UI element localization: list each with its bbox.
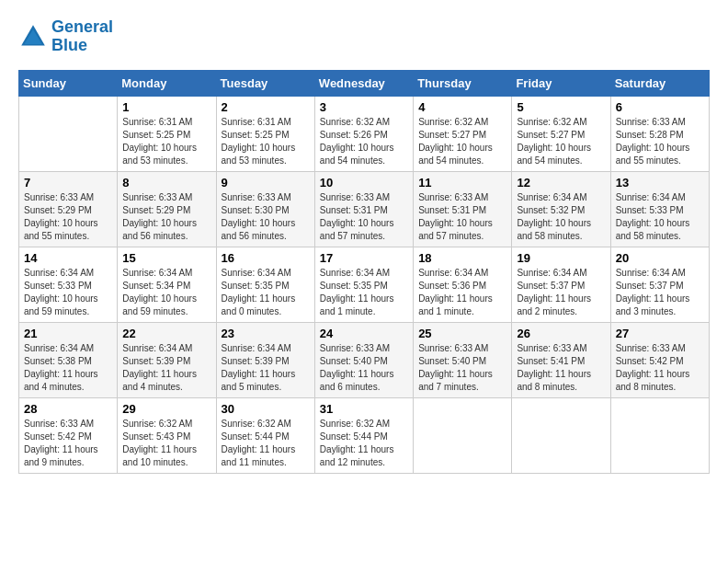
day-number: 24: [320, 327, 408, 340]
day-number: 5: [517, 100, 605, 114]
day-number: 8: [122, 176, 210, 190]
weekday-header: Monday: [118, 70, 216, 96]
day-info: Sunrise: 6:32 AMSunset: 5:27 PMDaylight:…: [418, 116, 506, 167]
day-number: 13: [616, 176, 704, 190]
calendar-cell: 24Sunrise: 6:33 AMSunset: 5:40 PMDayligh…: [314, 322, 413, 397]
calendar-cell: 18Sunrise: 6:34 AMSunset: 5:36 PMDayligh…: [414, 247, 512, 322]
calendar-week-row: 1Sunrise: 6:31 AMSunset: 5:25 PMDaylight…: [19, 96, 710, 171]
calendar-cell: [414, 397, 512, 473]
day-info: Sunrise: 6:34 AMSunset: 5:37 PMDaylight:…: [517, 267, 605, 318]
logo-text: General Blue: [51, 18, 113, 55]
calendar-cell: 17Sunrise: 6:34 AMSunset: 5:35 PMDayligh…: [314, 247, 413, 322]
day-number: 12: [517, 176, 605, 190]
day-info: Sunrise: 6:33 AMSunset: 5:28 PMDaylight:…: [616, 116, 704, 167]
day-info: Sunrise: 6:33 AMSunset: 5:40 PMDaylight:…: [418, 342, 506, 394]
day-number: 2: [222, 100, 310, 114]
day-number: 21: [24, 327, 112, 340]
calendar-cell: 10Sunrise: 6:33 AMSunset: 5:31 PMDayligh…: [314, 171, 413, 247]
calendar-cell: 13Sunrise: 6:34 AMSunset: 5:33 PMDayligh…: [610, 171, 709, 247]
day-info: Sunrise: 6:33 AMSunset: 5:40 PMDaylight:…: [320, 342, 408, 394]
calendar-cell: 8Sunrise: 6:33 AMSunset: 5:29 PMDaylight…: [118, 171, 216, 247]
calendar-cell: 25Sunrise: 6:33 AMSunset: 5:40 PMDayligh…: [414, 322, 512, 397]
day-info: Sunrise: 6:34 AMSunset: 5:39 PMDaylight:…: [222, 342, 310, 394]
calendar-table: SundayMondayTuesdayWednesdayThursdayFrid…: [18, 70, 710, 474]
day-number: 20: [616, 251, 704, 265]
day-info: Sunrise: 6:34 AMSunset: 5:34 PMDaylight:…: [122, 267, 210, 318]
calendar-week-row: 28Sunrise: 6:33 AMSunset: 5:42 PMDayligh…: [19, 397, 710, 473]
calendar-cell: [610, 397, 709, 473]
calendar-cell: 16Sunrise: 6:34 AMSunset: 5:35 PMDayligh…: [216, 247, 314, 322]
day-info: Sunrise: 6:33 AMSunset: 5:30 PMDaylight:…: [222, 191, 310, 243]
calendar-cell: 19Sunrise: 6:34 AMSunset: 5:37 PMDayligh…: [512, 247, 610, 322]
calendar-week-row: 14Sunrise: 6:34 AMSunset: 5:33 PMDayligh…: [19, 247, 710, 322]
day-number: 30: [222, 402, 310, 416]
day-number: 16: [222, 251, 310, 265]
day-number: 25: [418, 327, 506, 340]
day-info: Sunrise: 6:33 AMSunset: 5:42 PMDaylight:…: [616, 342, 704, 394]
day-number: 18: [418, 251, 506, 265]
day-info: Sunrise: 6:32 AMSunset: 5:44 PMDaylight:…: [320, 418, 408, 469]
day-number: 28: [24, 402, 112, 416]
calendar-cell: 3Sunrise: 6:32 AMSunset: 5:26 PMDaylight…: [314, 96, 413, 171]
day-number: 19: [517, 251, 605, 265]
day-number: 7: [24, 176, 112, 190]
day-number: 29: [122, 402, 210, 416]
logo-icon: [18, 22, 48, 52]
calendar-cell: 22Sunrise: 6:34 AMSunset: 5:39 PMDayligh…: [118, 322, 216, 397]
calendar-cell: 20Sunrise: 6:34 AMSunset: 5:37 PMDayligh…: [610, 247, 709, 322]
day-number: 23: [222, 327, 310, 340]
logo: General Blue: [18, 18, 113, 55]
weekday-header: Tuesday: [216, 70, 314, 96]
day-info: Sunrise: 6:34 AMSunset: 5:32 PMDaylight:…: [517, 191, 605, 243]
day-number: 9: [222, 176, 310, 190]
day-info: Sunrise: 6:31 AMSunset: 5:25 PMDaylight:…: [222, 116, 310, 167]
calendar-cell: 2Sunrise: 6:31 AMSunset: 5:25 PMDaylight…: [216, 96, 314, 171]
day-info: Sunrise: 6:34 AMSunset: 5:39 PMDaylight:…: [122, 342, 210, 394]
page-header: General Blue: [18, 18, 710, 55]
day-info: Sunrise: 6:34 AMSunset: 5:35 PMDaylight:…: [320, 267, 408, 318]
calendar-cell: 6Sunrise: 6:33 AMSunset: 5:28 PMDaylight…: [610, 96, 709, 171]
calendar-cell: 14Sunrise: 6:34 AMSunset: 5:33 PMDayligh…: [19, 247, 118, 322]
day-number: 26: [517, 327, 605, 340]
weekday-header: Sunday: [19, 70, 118, 96]
calendar-cell: 28Sunrise: 6:33 AMSunset: 5:42 PMDayligh…: [19, 397, 118, 473]
weekday-header: Thursday: [414, 70, 512, 96]
weekday-header: Wednesday: [314, 70, 413, 96]
day-info: Sunrise: 6:32 AMSunset: 5:44 PMDaylight:…: [222, 418, 310, 469]
day-number: 6: [616, 100, 704, 114]
day-number: 17: [320, 251, 408, 265]
day-number: 1: [122, 100, 210, 114]
day-number: 3: [320, 100, 408, 114]
day-info: Sunrise: 6:34 AMSunset: 5:35 PMDaylight:…: [222, 267, 310, 318]
day-info: Sunrise: 6:32 AMSunset: 5:26 PMDaylight:…: [320, 116, 408, 167]
day-info: Sunrise: 6:34 AMSunset: 5:33 PMDaylight:…: [24, 267, 112, 318]
calendar-cell: 23Sunrise: 6:34 AMSunset: 5:39 PMDayligh…: [216, 322, 314, 397]
calendar-cell: 29Sunrise: 6:32 AMSunset: 5:43 PMDayligh…: [118, 397, 216, 473]
day-info: Sunrise: 6:32 AMSunset: 5:27 PMDaylight:…: [517, 116, 605, 167]
calendar-cell: [19, 96, 118, 171]
day-info: Sunrise: 6:33 AMSunset: 5:41 PMDaylight:…: [517, 342, 605, 394]
day-number: 22: [122, 327, 210, 340]
day-info: Sunrise: 6:33 AMSunset: 5:29 PMDaylight:…: [122, 191, 210, 243]
calendar-cell: 11Sunrise: 6:33 AMSunset: 5:31 PMDayligh…: [414, 171, 512, 247]
day-number: 4: [418, 100, 506, 114]
day-number: 27: [616, 327, 704, 340]
calendar-week-row: 21Sunrise: 6:34 AMSunset: 5:38 PMDayligh…: [19, 322, 710, 397]
calendar-cell: 27Sunrise: 6:33 AMSunset: 5:42 PMDayligh…: [610, 322, 709, 397]
weekday-header: Saturday: [610, 70, 709, 96]
calendar-cell: 4Sunrise: 6:32 AMSunset: 5:27 PMDaylight…: [414, 96, 512, 171]
day-info: Sunrise: 6:34 AMSunset: 5:38 PMDaylight:…: [24, 342, 112, 394]
day-info: Sunrise: 6:33 AMSunset: 5:31 PMDaylight:…: [418, 191, 506, 243]
day-number: 11: [418, 176, 506, 190]
day-info: Sunrise: 6:32 AMSunset: 5:43 PMDaylight:…: [122, 418, 210, 469]
calendar-cell: 5Sunrise: 6:32 AMSunset: 5:27 PMDaylight…: [512, 96, 610, 171]
calendar-cell: 31Sunrise: 6:32 AMSunset: 5:44 PMDayligh…: [314, 397, 413, 473]
weekday-header: Friday: [512, 70, 610, 96]
day-info: Sunrise: 6:33 AMSunset: 5:31 PMDaylight:…: [320, 191, 408, 243]
calendar-cell: 30Sunrise: 6:32 AMSunset: 5:44 PMDayligh…: [216, 397, 314, 473]
calendar-cell: 15Sunrise: 6:34 AMSunset: 5:34 PMDayligh…: [118, 247, 216, 322]
day-info: Sunrise: 6:34 AMSunset: 5:33 PMDaylight:…: [616, 191, 704, 243]
day-info: Sunrise: 6:31 AMSunset: 5:25 PMDaylight:…: [122, 116, 210, 167]
calendar-cell: 1Sunrise: 6:31 AMSunset: 5:25 PMDaylight…: [118, 96, 216, 171]
calendar-cell: 21Sunrise: 6:34 AMSunset: 5:38 PMDayligh…: [19, 322, 118, 397]
